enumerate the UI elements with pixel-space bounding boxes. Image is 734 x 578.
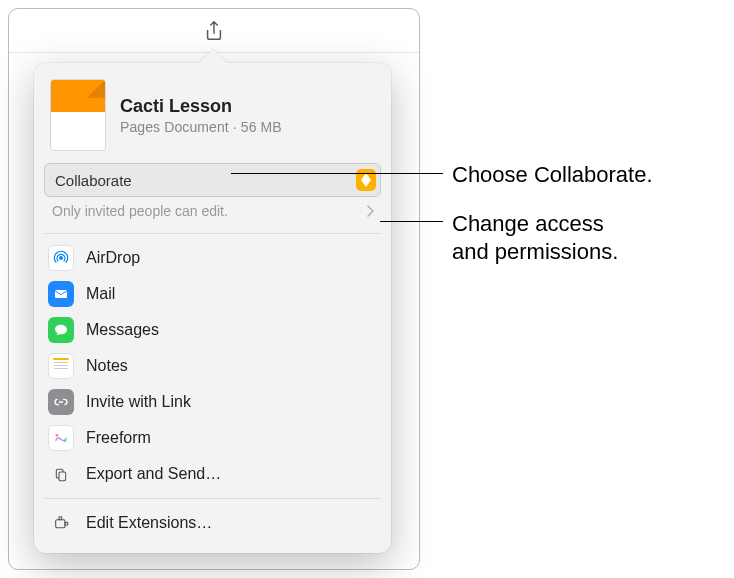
export-icon — [48, 461, 74, 487]
document-header: Cacti Lesson Pages Document · 56 MB — [34, 75, 391, 163]
svg-rect-8 — [65, 522, 68, 525]
share-target-airdrop[interactable]: AirDrop — [44, 240, 381, 276]
share-popover: Cacti Lesson Pages Document · 56 MB Coll… — [34, 63, 391, 553]
svg-point-2 — [56, 434, 59, 437]
svg-rect-6 — [56, 520, 65, 528]
share-target-freeform[interactable]: Freeform — [44, 420, 381, 456]
share-target-label: Mail — [86, 285, 115, 303]
link-icon — [48, 389, 74, 415]
callout-leader — [380, 221, 443, 222]
extensions-icon — [48, 510, 74, 536]
permissions-summary: Only invited people can edit. — [52, 203, 228, 219]
chevron-right-icon — [367, 205, 375, 217]
share-target-mail[interactable]: Mail — [44, 276, 381, 312]
freeform-icon — [48, 425, 74, 451]
messages-icon — [48, 317, 74, 343]
callout-collaborate: Choose Collaborate. — [452, 161, 653, 189]
share-mode-value: Collaborate — [55, 172, 132, 189]
svg-rect-7 — [59, 517, 62, 520]
document-subtitle: Pages Document · 56 MB — [120, 119, 282, 135]
share-target-invite-link[interactable]: Invite with Link — [44, 384, 381, 420]
share-target-label: Export and Send… — [86, 465, 221, 483]
callout-leader — [231, 173, 443, 174]
toolbar — [9, 9, 419, 53]
edit-extensions-label: Edit Extensions… — [86, 514, 212, 532]
edit-extensions[interactable]: Edit Extensions… — [44, 505, 381, 541]
mail-icon — [48, 281, 74, 307]
notes-icon — [48, 353, 74, 379]
document-title: Cacti Lesson — [120, 96, 282, 117]
share-target-label: AirDrop — [86, 249, 140, 267]
callout-permissions: Change access and permissions. — [452, 210, 618, 265]
share-mode-select[interactable]: Collaborate — [44, 163, 381, 197]
share-target-notes[interactable]: Notes — [44, 348, 381, 384]
svg-rect-5 — [59, 472, 66, 481]
divider — [44, 233, 381, 234]
divider — [44, 498, 381, 499]
share-target-label: Notes — [86, 357, 128, 375]
share-icon[interactable] — [203, 19, 225, 43]
svg-point-3 — [64, 439, 67, 442]
document-thumbnail — [50, 79, 106, 151]
permissions-row[interactable]: Only invited people can edit. — [44, 201, 381, 225]
share-target-export-send[interactable]: Export and Send… — [44, 456, 381, 492]
share-target-label: Freeform — [86, 429, 151, 447]
svg-rect-1 — [55, 290, 67, 298]
svg-point-0 — [59, 256, 63, 260]
share-target-label: Invite with Link — [86, 393, 191, 411]
airdrop-icon — [48, 245, 74, 271]
share-target-messages[interactable]: Messages — [44, 312, 381, 348]
share-target-label: Messages — [86, 321, 159, 339]
